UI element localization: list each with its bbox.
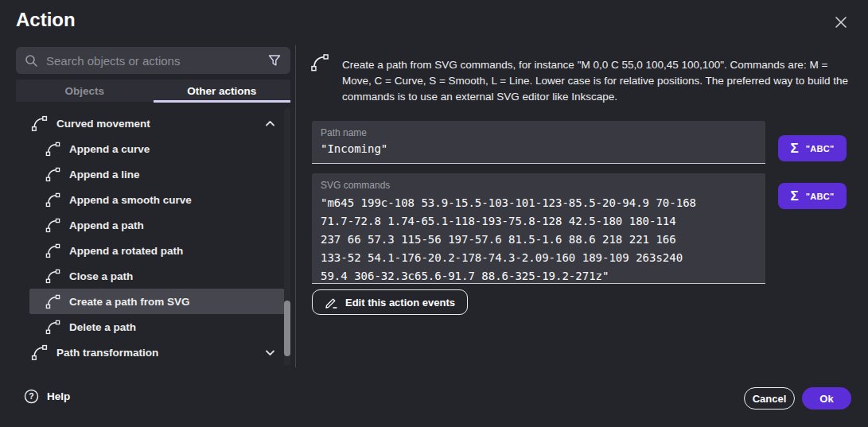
curve-icon (45, 293, 61, 310)
ok-button[interactable]: Ok (802, 387, 851, 410)
tab-bar: Objects Other actions (16, 80, 290, 102)
curve-icon (45, 319, 61, 336)
list-item-label: Path transformation (56, 347, 158, 359)
scrollbar-track[interactable] (284, 108, 290, 366)
list-item-label: Close a path (69, 270, 133, 282)
curve-icon (45, 141, 61, 157)
search-box (16, 47, 290, 74)
curve-icon (45, 217, 61, 234)
search-icon (25, 54, 38, 68)
svg-commands-line: 59.4 306-32.3c65.6-91.7 88.6-325-19.2-27… (321, 267, 757, 284)
tab-other-actions[interactable]: Other actions (154, 80, 291, 102)
list-item-label: Curved movement (56, 118, 150, 130)
sigma-icon: Σ (791, 142, 799, 155)
list-item-label: Delete a path (69, 321, 136, 333)
help-icon: ? (24, 389, 39, 404)
curve-icon (30, 344, 49, 362)
action-dialog: Action Objects Other actions Curved move… (0, 0, 868, 427)
list-item-label: Append a curve (69, 143, 150, 155)
chevron-up-icon (265, 120, 275, 127)
list-item-append-a-curve[interactable]: Append a curve (16, 136, 285, 161)
svg-commands-field[interactable]: SVG commands "m645 199c-108 53.9-15.5-10… (312, 173, 765, 284)
cancel-button[interactable]: Cancel (744, 387, 795, 410)
list-item-append-a-smooth-curve[interactable]: Append a smooth curve (16, 187, 285, 212)
svg-commands-value[interactable]: "m645 199c-108 53.9-15.5-103-101-123-85.… (321, 194, 757, 284)
tab-other-actions-label: Other actions (187, 85, 256, 97)
tab-objects[interactable]: Objects (16, 80, 154, 102)
list-item-label: Create a path from SVG (69, 296, 190, 308)
svg-commands-line: 133-52 54.1-176-20.2-178-74.3-2.09-160 1… (321, 249, 757, 267)
list-item-label: Append a path (69, 219, 144, 231)
list-item-path-transformation[interactable]: Path transformation (16, 340, 285, 365)
page-title: Action (16, 9, 76, 31)
expression-button-label: "ABC" (806, 144, 835, 153)
list-item-append-a-rotated-path[interactable]: Append a rotated path (16, 238, 285, 263)
scrollbar-thumb[interactable] (284, 301, 290, 356)
search-input[interactable] (46, 54, 259, 68)
close-button[interactable] (830, 11, 852, 33)
list-item-delete-a-path[interactable]: Delete a path (16, 314, 285, 340)
list-item-create-a-path-from-svg[interactable]: Create a path from SVG (29, 289, 285, 314)
sigma-icon: Σ (791, 189, 799, 203)
list-item-label: Append a smooth curve (69, 194, 192, 206)
panel-divider (295, 45, 296, 367)
list-item-append-a-path[interactable]: Append a path (16, 212, 285, 238)
path-name-expression-button[interactable]: Σ "ABC" (778, 135, 847, 161)
curve-icon (45, 166, 61, 183)
expression-button-label: "ABC" (806, 192, 835, 201)
curve-icon (30, 115, 49, 133)
help-label: Help (47, 390, 70, 402)
list-item-curved-movement[interactable]: Curved movement (16, 111, 285, 136)
curve-icon (45, 268, 61, 285)
curve-icon (45, 192, 61, 208)
curve-icon (45, 243, 61, 259)
path-name-value[interactable]: "Incoming" (321, 142, 757, 155)
list-item-append-a-line[interactable]: Append a line (16, 161, 285, 187)
svg-commands-line: "m645 199c-108 53.9-15.5-103-101-123-85.… (321, 194, 757, 212)
actions-list: Curved movement Append a curve Append a … (16, 111, 285, 365)
path-name-field[interactable]: Path name "Incoming" (312, 121, 765, 164)
list-item-label: Append a line (69, 169, 140, 181)
chevron-down-icon (265, 349, 275, 356)
list-item-close-a-path[interactable]: Close a path (16, 263, 285, 289)
filter-icon[interactable] (267, 53, 282, 68)
edit-action-events-button[interactable]: Edit this action events (312, 289, 468, 315)
pencil-icon (325, 296, 338, 309)
list-item-label: Append a rotated path (69, 245, 183, 257)
path-name-label: Path name (321, 127, 757, 138)
tab-objects-label: Objects (64, 85, 104, 97)
svg-commands-line: 71.7-72.8 1.74-65.1-118-193-75.8-128 42.… (321, 212, 757, 231)
edit-action-events-label: Edit this action events (345, 297, 455, 309)
svg-commands-label: SVG commands (321, 180, 757, 191)
svg-commands-line: 237 66 57.3 115-56 197-57.6 81.5-1.6 88.… (321, 231, 757, 249)
curve-icon (309, 52, 330, 73)
close-icon (833, 14, 849, 30)
action-description: Create a path from SVG commands, for ins… (342, 57, 851, 105)
svg-commands-expression-button[interactable]: Σ "ABC" (778, 183, 847, 209)
help-button[interactable]: ? Help (24, 389, 70, 404)
svg-text:?: ? (29, 391, 33, 401)
